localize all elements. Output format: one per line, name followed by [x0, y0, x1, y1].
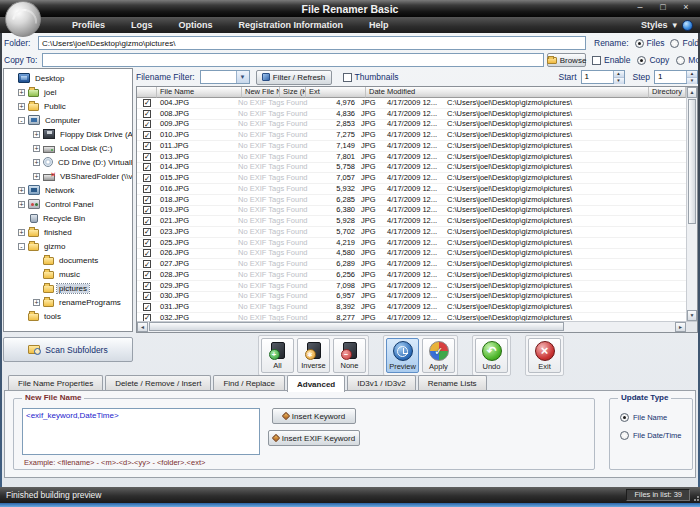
table-row[interactable]: 013.JPG No EXIF Tags Found 7,801 JPG 4/1…	[137, 152, 686, 163]
column-header[interactable]: Size (KB)	[280, 87, 306, 98]
tree-expander[interactable]: +	[33, 299, 40, 306]
row-checkbox[interactable]	[143, 110, 151, 118]
tree-item[interactable]: + Floppy Disk Drive (A:)	[6, 127, 132, 141]
scroll-up-icon[interactable]: ▲	[687, 87, 697, 98]
rename-files-option[interactable]: Files	[635, 38, 665, 48]
step-stepper[interactable]: 1 ▲▼	[654, 70, 698, 84]
tree-item[interactable]: + VBSharedFolder (\\vboxsvr) (Z	[6, 169, 132, 183]
tab[interactable]: Find / Replace	[213, 375, 285, 391]
action-button[interactable]: Exit	[528, 338, 561, 373]
tree-expander[interactable]: +	[33, 173, 40, 180]
table-row[interactable]: 026.JPG No EXIF Tags Found 4,580 JPG 4/1…	[137, 249, 686, 260]
row-checkbox[interactable]	[143, 260, 151, 268]
tab[interactable]: ID3v1 / ID3v2	[347, 375, 415, 391]
row-checkbox[interactable]	[143, 217, 151, 225]
row-checkbox[interactable]	[143, 153, 151, 161]
rename-folders-option[interactable]: Folders	[670, 38, 700, 48]
folders-radio[interactable]	[670, 39, 679, 48]
tree-item[interactable]: + finished	[6, 225, 132, 239]
row-checkbox[interactable]	[143, 163, 151, 171]
tree-item[interactable]: + CD Drive (D:) VirtualBox Guest	[6, 155, 132, 169]
file-name-radio[interactable]	[620, 413, 629, 422]
table-row[interactable]: 027.JPG No EXIF Tags Found 6,289 JPG 4/1…	[137, 259, 686, 270]
table-row[interactable]: 023.JPG No EXIF Tags Found 5,702 JPG 4/1…	[137, 227, 686, 238]
column-header[interactable]: Ext	[306, 87, 366, 98]
spinner-up-icon[interactable]: ▲	[614, 71, 624, 78]
minimize-button[interactable]: –	[634, 2, 646, 12]
row-checkbox[interactable]	[143, 196, 151, 204]
action-button[interactable]: All	[261, 338, 294, 373]
start-spinner-buttons[interactable]: ▲▼	[613, 71, 624, 83]
action-button[interactable]: Inverse	[297, 338, 330, 373]
tree-item[interactable]: + renamePrograms	[6, 295, 132, 309]
step-spinner-buttons[interactable]: ▲▼	[686, 71, 697, 83]
close-button[interactable]: ×	[680, 2, 692, 12]
row-checkbox[interactable]	[143, 99, 151, 107]
row-checkbox[interactable]	[143, 271, 151, 279]
tree-item[interactable]: tools	[6, 309, 132, 323]
vertical-scroll-thumb[interactable]	[688, 99, 696, 224]
row-checkbox[interactable]	[143, 228, 151, 236]
move-option[interactable]: Move	[676, 55, 700, 65]
table-row[interactable]: 015.JPG No EXIF Tags Found 7,057 JPG 4/1…	[137, 173, 686, 184]
menu-item[interactable]: Profiles	[72, 20, 105, 30]
row-checkbox[interactable]	[143, 206, 151, 214]
menu-item[interactable]: Options	[179, 20, 213, 30]
filename-filter-combobox[interactable]: ▼	[200, 70, 250, 84]
copy-radio[interactable]	[637, 56, 646, 65]
files-radio[interactable]	[635, 39, 644, 48]
start-stepper[interactable]: 1 ▲▼	[581, 70, 625, 84]
enable-option[interactable]: Enable	[592, 55, 630, 65]
table-row[interactable]: 016.JPG No EXIF Tags Found 5,932 JPG 4/1…	[137, 184, 686, 195]
table-row[interactable]: 019.JPG No EXIF Tags Found 6,380 JPG 4/1…	[137, 206, 686, 217]
scan-subfolders-button[interactable]: Scan Subfolders	[3, 337, 133, 362]
row-checkbox[interactable]	[143, 174, 151, 182]
menu-item[interactable]: Logs	[131, 20, 153, 30]
vertical-scrollbar[interactable]: ▲ ▼	[686, 87, 697, 321]
tree-expander[interactable]: +	[18, 187, 25, 194]
tree-item[interactable]: + joel	[6, 85, 132, 99]
row-checkbox[interactable]	[143, 120, 151, 128]
menu-item[interactable]: Help	[369, 20, 389, 30]
row-checkbox[interactable]	[143, 314, 151, 321]
tree-expander[interactable]: -	[18, 243, 25, 250]
tree-item[interactable]: pictures	[6, 281, 132, 295]
start-value[interactable]: 1	[582, 71, 613, 83]
resize-grip[interactable]	[693, 495, 699, 501]
spinner-up-icon[interactable]: ▲	[687, 71, 697, 78]
maximize-button[interactable]: □	[657, 2, 669, 12]
row-checkbox[interactable]	[143, 239, 151, 247]
insert-keyword-button[interactable]: Insert Keyword	[272, 408, 356, 424]
row-checkbox[interactable]	[143, 185, 151, 193]
spinner-down-icon[interactable]: ▼	[614, 78, 624, 84]
scroll-down-icon[interactable]: ▼	[687, 310, 697, 321]
table-row[interactable]: 010.JPG No EXIF Tags Found 7,275 JPG 4/1…	[137, 130, 686, 141]
move-radio[interactable]	[676, 56, 685, 65]
tree-item[interactable]: - Computer	[6, 113, 132, 127]
step-value[interactable]: 1	[655, 71, 686, 83]
row-checkbox[interactable]	[143, 303, 151, 311]
table-row[interactable]: 018.JPG No EXIF Tags Found 6,285 JPG 4/1…	[137, 195, 686, 206]
horizontal-scroll-thumb[interactable]	[149, 322, 564, 331]
tree-expander[interactable]: +	[18, 229, 25, 236]
horizontal-scroll-track[interactable]	[148, 322, 675, 332]
table-row[interactable]: 031.JPG No EXIF Tags Found 8,392 JPG 4/1…	[137, 302, 686, 313]
new-file-name-input[interactable]: <exif_keyword,DateTime>	[22, 408, 260, 455]
menu-item[interactable]: Registration Information	[239, 20, 344, 30]
horizontal-scrollbar[interactable]: ◄ ►	[137, 321, 697, 332]
tab[interactable]: Delete / Remove / Insert	[105, 375, 211, 391]
row-checkbox[interactable]	[143, 131, 151, 139]
tree-expander[interactable]: -	[18, 117, 25, 124]
scroll-left-icon[interactable]: ◄	[137, 322, 148, 332]
scroll-right-icon[interactable]: ►	[675, 322, 686, 332]
column-header[interactable]: File Name	[157, 87, 242, 98]
action-button[interactable]: Apply	[422, 338, 455, 373]
table-row[interactable]: 004.JPG No EXIF Tags Found 4,976 JPG 4/1…	[137, 98, 686, 109]
tree-expander[interactable]: +	[18, 89, 25, 96]
table-row[interactable]: 011.JPG No EXIF Tags Found 7,149 JPG 4/1…	[137, 141, 686, 152]
tree-expander[interactable]: +	[33, 131, 40, 138]
copyto-path-input[interactable]	[42, 53, 544, 67]
update-type-option[interactable]: File Name	[620, 413, 667, 422]
table-row[interactable]: 021.JPG No EXIF Tags Found 5,928 JPG 4/1…	[137, 216, 686, 227]
insert-exif-keyword-button[interactable]: Insert EXIF Keyword	[268, 430, 360, 446]
